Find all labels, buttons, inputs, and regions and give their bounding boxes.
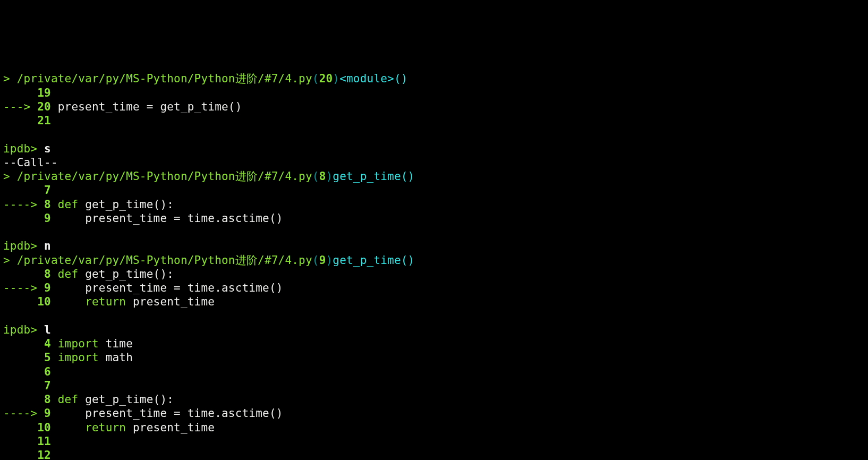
- gutter-lineno: 8: [44, 393, 51, 406]
- paren-close: ): [333, 72, 339, 85]
- gutter-lineno: 7: [44, 184, 51, 197]
- ipdb-prompt: ipdb>: [3, 240, 44, 252]
- line-number: 9: [319, 254, 326, 267]
- gutter-lineno: 21: [37, 114, 51, 127]
- gutter-lineno: 7: [44, 379, 51, 392]
- gutter-lineno: 9: [44, 212, 51, 225]
- gutter-lineno: 19: [37, 87, 51, 99]
- gutter-lineno: 9: [44, 407, 51, 420]
- long-arrow: ---->: [3, 198, 44, 211]
- ipdb-cmd: l: [44, 323, 51, 336]
- kw-def: def: [58, 393, 79, 406]
- paren-open: (: [312, 72, 319, 85]
- kw-import: import: [58, 351, 99, 364]
- terminal-output: > /private/var/py/MS-Python/Python进阶/#7/…: [3, 58, 865, 460]
- frame-func: get_p_time: [333, 170, 401, 183]
- listing-line: 10 return present_time: [3, 421, 215, 434]
- paren-close: ): [326, 170, 333, 183]
- listing-line: 4 import time: [3, 337, 133, 350]
- context-line: 7: [3, 184, 51, 197]
- current-line: ---> 20 present_time = get_p_time(): [3, 100, 242, 113]
- ipdb-prompt-line[interactable]: ipdb> l: [3, 323, 51, 336]
- gutter-lineno: 8: [44, 198, 51, 211]
- gutter-lineno: 5: [44, 351, 51, 364]
- arrow: --->: [3, 100, 37, 113]
- ipdb-prompt-line[interactable]: ipdb> n: [3, 240, 51, 252]
- kw-def: def: [58, 198, 79, 211]
- ipdb-prompt: ipdb>: [3, 142, 44, 155]
- line-number: 20: [319, 72, 333, 85]
- ipdb-prompt-line[interactable]: ipdb> s: [3, 142, 51, 155]
- kw-return: return: [85, 295, 126, 308]
- gutter-lineno: 6: [44, 365, 51, 378]
- file-path: /private/var/py/MS-Python/Python进阶/#7/4.…: [17, 170, 312, 183]
- frame-header-2: > /private/var/py/MS-Python/Python进阶/#7/…: [3, 170, 414, 183]
- gutter-lineno: 10: [37, 421, 51, 434]
- gutter-lineno: 12: [37, 449, 51, 460]
- gutter-lineno: 11: [37, 435, 51, 448]
- long-arrow: ---->: [3, 282, 44, 294]
- context-line: 21: [3, 114, 51, 127]
- caret: >: [3, 254, 17, 267]
- paren-open: (: [312, 170, 319, 183]
- ipdb-cmd: n: [44, 240, 51, 252]
- caret: >: [3, 170, 17, 183]
- kw-import: import: [58, 337, 99, 350]
- kw-return: return: [85, 421, 126, 434]
- caret: >: [3, 72, 17, 85]
- paren-close: ): [326, 254, 333, 267]
- context-line: 9 present_time = time.asctime(): [3, 212, 283, 225]
- context-line: 10 return present_time: [3, 295, 215, 308]
- frame-header-1: > /private/var/py/MS-Python/Python进阶/#7/…: [3, 72, 408, 85]
- frame-func: get_p_time: [333, 254, 401, 267]
- listing-line: 7: [3, 379, 51, 392]
- ipdb-prompt: ipdb>: [3, 323, 44, 336]
- gutter-lineno: 9: [44, 282, 51, 294]
- call-marker: --Call--: [3, 156, 58, 169]
- paren-open: (: [312, 254, 319, 267]
- long-arrow: ---->: [3, 407, 44, 420]
- empty-parens: (): [401, 254, 415, 267]
- empty-parens: (): [401, 170, 415, 183]
- gutter-lineno: 10: [37, 295, 51, 308]
- listing-line: 11: [3, 435, 51, 448]
- context-line: 8 def get_p_time():: [3, 268, 174, 280]
- listing-line: 6: [3, 365, 51, 378]
- listing-current-line: ----> 9 present_time = time.asctime(): [3, 407, 283, 420]
- gutter-lineno: 4: [44, 337, 51, 350]
- kw-def: def: [58, 268, 79, 280]
- ipdb-cmd: s: [44, 142, 51, 155]
- current-line: ----> 8 def get_p_time():: [3, 198, 174, 211]
- frame-header-3: > /private/var/py/MS-Python/Python进阶/#7/…: [3, 254, 414, 267]
- listing-line: 8 def get_p_time():: [3, 393, 174, 406]
- context-line: 19: [3, 87, 51, 99]
- code-text: present_time: [58, 100, 140, 113]
- current-line: ----> 9 present_time = time.asctime(): [3, 282, 283, 294]
- listing-line: 5 import math: [3, 351, 133, 364]
- empty-parens: (): [394, 72, 408, 85]
- frame-func: <module>: [339, 72, 394, 85]
- line-number: 8: [319, 170, 326, 183]
- file-path: /private/var/py/MS-Python/Python进阶/#7/4.…: [17, 254, 312, 267]
- listing-line: 12: [3, 449, 51, 460]
- gutter-lineno: 8: [44, 268, 51, 280]
- file-path: /private/var/py/MS-Python/Python进阶/#7/4.…: [17, 72, 312, 85]
- gutter-lineno: 20: [37, 100, 51, 113]
